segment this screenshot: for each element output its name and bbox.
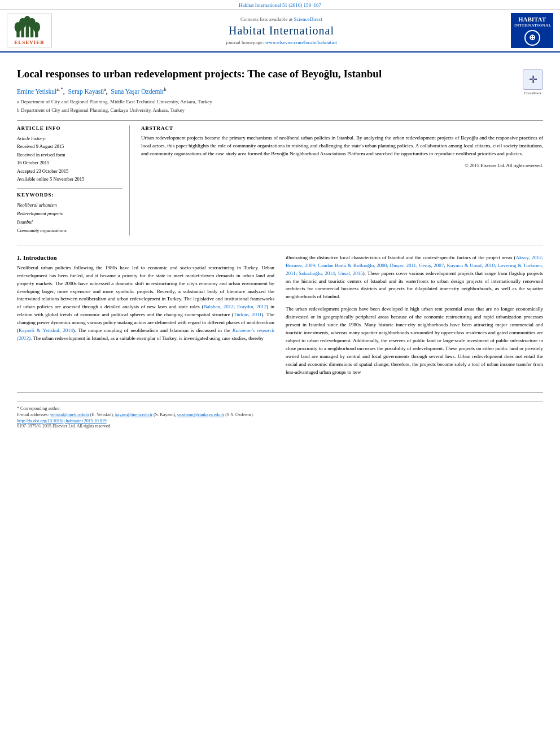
article-info-heading: Article Info [17,125,123,131]
svg-point-9 [33,22,40,32]
body-left-column: 1. Introduction Neoliberal urban policie… [17,254,274,381]
journal-homepage-link[interactable]: www.elsevier.com/locate/habitatint [265,40,337,45]
elsevier-wordmark: ELSEVIER [14,40,45,45]
email-link-3[interactable]: sozdemir@cankaya.edu.tr [177,412,224,417]
abstract-text: Urban redevelopment projects became the … [141,134,543,158]
abstract-heading: Abstract [141,125,543,131]
keyword-4: Community organizations [17,226,123,235]
authors-line: Emine Yetiskula, *, Serap Kayasüa, Suna … [17,87,543,95]
crossmark-label: CrossMark [523,91,543,95]
revised-label: Received in revised form [17,151,123,159]
habitat-globe-icon: ⊕ [524,30,540,46]
elsevier-logo: ELSEVIER [7,14,52,47]
journal-homepage-line: journal homepage: www.elsevier.com/locat… [58,40,505,45]
affiliation-a: a Department of City and Regional Planni… [17,98,543,106]
article-history-block: Article history: Received 9 August 2015 … [17,134,123,184]
keyword-1: Neoliberal urbanism [17,201,123,209]
body-right-column: illustrating the distinctive local chara… [286,254,543,381]
issn-line: 0197-3975/© 2015 Elsevier Ltd. All right… [17,423,543,429]
keywords-section: Keywords: Neoliberal urbanism Redevelopm… [17,188,123,235]
email-addresses-line: E-mail addresses: yetiskul@metu.edu.tr (… [17,412,543,417]
ref-turkun[interactable]: Türkün, 2011 [234,312,262,317]
footer-section: * Corresponding author. E-mail addresses… [17,392,543,429]
abstract-column: Abstract Urban redevelopment projects be… [141,125,543,235]
journal-title-area: Contents lists available at ScienceDirec… [58,16,505,45]
crossmark-badge[interactable]: ✛ CrossMark [523,69,543,95]
affiliation-b: b Department of City and Regional Planni… [17,107,543,115]
article-info-column: Article Info Article history: Received 9… [17,125,130,235]
available-date: Available online 5 November 2015 [17,175,123,183]
ref-kayasfi-yetiskul[interactable]: Kayasfi & Yetiskul, 2014 [19,327,73,333]
article-title-section: ✛ CrossMark Local responses to urban red… [17,67,543,81]
main-content-area: ✛ CrossMark Local responses to urban red… [0,53,560,439]
svg-rect-3 [30,27,33,37]
journal-name-title: Habitat International [58,24,505,37]
ref-multi-authors[interactable]: Aksoy, 2012; Bezmez, 2009; Candan Bartü … [286,255,543,276]
accepted-date: Accepted 23 October 2015 [17,167,123,175]
ref-balaban-eraydin[interactable]: Balaban, 2012; Eraydın, 2012 [203,304,266,309]
journal-reference-bar: Habitat International 51 (2016) 159–167 [0,0,560,10]
author-ozdemir: Suna Yaşar Ozdemir [111,88,164,95]
introduction-title: Introduction [23,254,57,261]
doi-link[interactable]: http://dx.doi.org/10.1016/j.habitatint.2… [17,418,107,423]
elsevier-tree-icon [12,16,46,38]
received-date: Received 9 August 2015 [17,142,123,150]
article-title: Local responses to urban redevelopment p… [17,67,543,81]
keyword-3: Istanbul [17,218,123,226]
svg-rect-2 [26,25,29,38]
copyright-notice: © 2015 Elsevier Ltd. All rights reserved… [141,163,543,168]
email-link-1[interactable]: yetiskul@metu.edu.tr [50,412,89,417]
email-link-2[interactable]: kayasu@metu.edu.tr [115,412,152,417]
habitat-international-logo: HABITAT INTERNATIONAL ⊕ [511,13,553,48]
journal-header: ELSEVIER Contents lists available at Sci… [0,10,560,53]
keywords-heading: Keywords: [17,192,123,198]
article-info-abstract-area: Article Info Article history: Received 9… [17,120,543,235]
journal-ref-text: Habitat International 51 (2016) 159–167 [239,2,321,8]
revised-date: 16 October 2015 [17,159,123,167]
author-yetiskul: Emine Yetiskul [17,88,56,95]
author-kayasu: Serap Kayasü [68,88,104,95]
intro-para-right-1: illustrating the distinctive local chara… [286,254,543,302]
svg-rect-1 [21,27,24,37]
intro-para-right-2: The urban redevelopment projects have be… [286,305,543,376]
intro-para-1: Neoliberal urban policies following the … [17,264,274,343]
crossmark-icon: ✛ [529,73,537,86]
keywords-list: Neoliberal urbanism Redevelopment projec… [17,201,123,235]
affiliations-section: a Department of City and Regional Planni… [17,98,543,115]
footer-divider [17,401,543,401]
science-direct-link[interactable]: ScienceDirect [294,16,322,22]
history-label: Article history: [17,134,123,142]
corresponding-author-note: * Corresponding author. [17,406,543,411]
introduction-heading: 1. Introduction [17,254,274,261]
keyword-2: Redevelopment projects [17,209,123,218]
science-direct-line: Contents lists available at ScienceDirec… [58,16,505,22]
doi-line: http://dx.doi.org/10.1016/j.habitatint.2… [17,418,543,423]
body-content-area: 1. Introduction Neoliberal urban policie… [17,246,543,381]
